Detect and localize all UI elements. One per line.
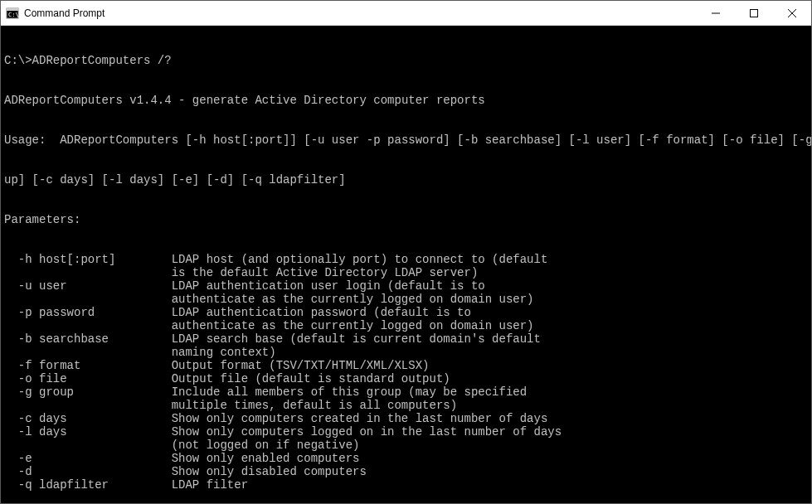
param-row: -e Show only enabled computers (4, 452, 808, 465)
close-button[interactable] (773, 1, 811, 26)
param-flag (4, 399, 172, 412)
param-desc: LDAP filter (172, 478, 248, 492)
param-row: naming context) (4, 346, 808, 359)
param-row: -p password LDAP authentication password… (4, 306, 808, 319)
param-flag: -c days (4, 412, 172, 425)
param-row: -o file Output file (default is standard… (4, 372, 808, 385)
parameters-label: Parameters: (4, 213, 808, 226)
param-flag (4, 266, 172, 279)
command-prompt-icon: C:\ (6, 7, 19, 20)
prompt: C:\> (4, 54, 32, 67)
param-desc: Show only computers created in the last … (172, 412, 548, 425)
usage-line: Usage: ADReportComputers [-h host[:port]… (4, 133, 808, 147)
param-flag: -o file (4, 372, 172, 385)
program-header: ADReportComputers v1.4.4 - generate Acti… (4, 94, 808, 107)
usage-line: up] [-c days] [-l days] [-e] [-d] [-q ld… (4, 173, 808, 187)
param-row: authenticate as the currently logged on … (4, 293, 808, 306)
param-row: -l days Show only computers logged on in… (4, 425, 808, 439)
param-flag: -b searchbase (4, 332, 172, 346)
svg-rect-4 (751, 9, 758, 17)
param-desc: is the default Active Directory LDAP ser… (172, 266, 479, 279)
param-desc: LDAP host (and optionally port) to conne… (172, 253, 548, 266)
param-row: -d Show only disabled computers (4, 465, 808, 478)
param-row: (not logged on if negative) (4, 439, 808, 452)
param-row: -u user LDAP authentication user login (… (4, 279, 808, 293)
param-flag: -p password (4, 306, 172, 319)
param-flag: -u user (4, 279, 172, 293)
param-desc: Show only disabled computers (172, 465, 367, 478)
window-title: Command Prompt (24, 7, 105, 19)
param-flag (4, 439, 172, 452)
minimize-button[interactable] (697, 1, 735, 26)
param-flag: -h host[:port] (4, 253, 172, 266)
param-desc: naming context) (172, 346, 276, 359)
param-flag: -f format (4, 359, 172, 372)
param-desc: Show only computers logged on in the las… (172, 425, 562, 439)
param-row: authenticate as the currently logged on … (4, 319, 808, 332)
param-desc: Include all members of this group (may b… (172, 385, 527, 399)
param-row: -b searchbase LDAP search base (default … (4, 332, 808, 346)
param-flag (4, 346, 172, 359)
param-flag (4, 319, 172, 332)
param-desc: LDAP authentication user login (default … (172, 279, 485, 293)
param-row: -c days Show only computers created in t… (4, 412, 808, 425)
param-desc: Show only enabled computers (172, 452, 360, 465)
svg-rect-1 (7, 8, 18, 11)
param-row: multiple times, default is all computers… (4, 399, 808, 412)
command-prompt-window: C:\ Command Prompt C:\>ADReportComputers… (0, 0, 812, 504)
titlebar[interactable]: C:\ Command Prompt (1, 1, 811, 26)
param-row: -f format Output format (TSV/TXT/HTML/XM… (4, 359, 808, 372)
command-text: ADReportComputers /? (32, 54, 172, 67)
param-desc: Output format (TSV/TXT/HTML/XML/XLSX) (172, 359, 430, 372)
param-flag: -q ldapfilter (4, 478, 172, 492)
param-desc: (not logged on if negative) (172, 439, 360, 452)
param-flag (4, 293, 172, 306)
param-row: -h host[:port] LDAP host (and optionally… (4, 253, 808, 266)
param-flag: -d (4, 465, 172, 478)
param-row: -q ldapfilter LDAP filter (4, 478, 808, 492)
prompt-line: C:\>ADReportComputers /? (4, 54, 808, 67)
param-flag: -g group (4, 385, 172, 399)
param-desc: authenticate as the currently logged on … (172, 293, 534, 306)
param-desc: multiple times, default is all computers… (172, 399, 457, 412)
maximize-button[interactable] (735, 1, 773, 26)
param-row: -g group Include all members of this gro… (4, 385, 808, 399)
param-desc: LDAP authentication password (default is… (172, 306, 471, 319)
svg-text:C:\: C:\ (8, 12, 19, 18)
param-flag: -l days (4, 425, 172, 439)
param-desc: Output file (default is standard output) (172, 372, 450, 385)
parameters-list: -h host[:port] LDAP host (and optionally… (4, 253, 808, 492)
param-row: is the default Active Directory LDAP ser… (4, 266, 808, 279)
param-desc: authenticate as the currently logged on … (172, 319, 534, 332)
param-flag: -e (4, 452, 172, 465)
terminal-output[interactable]: C:\>ADReportComputers /? ADReportCompute… (1, 26, 811, 503)
param-desc: LDAP search base (default is current dom… (172, 332, 541, 346)
